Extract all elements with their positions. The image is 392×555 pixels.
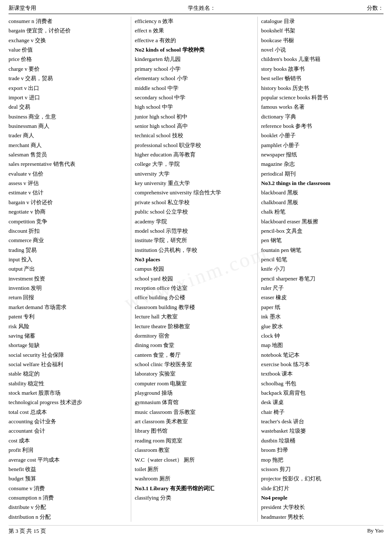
list-item: institution 公共机构，学校 xyxy=(135,246,254,255)
list-item: primary school 小学 xyxy=(135,64,254,74)
list-item: accountant 会计 xyxy=(9,426,127,436)
list-item: computer room 电脑室 xyxy=(135,379,254,388)
list-item: technical school 技校 xyxy=(135,131,254,140)
list-item: college 大学，学院 xyxy=(135,159,254,169)
list-item: backpack 双肩背包 xyxy=(261,388,380,398)
list-item: cost 成本 xyxy=(9,436,127,445)
list-item: classroom 教室 xyxy=(135,445,254,455)
list-item: chair 椅子 xyxy=(261,408,380,417)
list-item: assess v 评估 xyxy=(9,179,127,188)
column-3: catalogue 目录bookshelf 书架bookcase 书橱novel… xyxy=(258,17,383,522)
list-item: business 商业，生意 xyxy=(9,112,127,121)
list-item: key university 重点大学 xyxy=(135,179,254,188)
list-item: president 大学校长 xyxy=(261,503,380,512)
list-item: clock 钟 xyxy=(261,331,380,341)
list-item: merchant 商人 xyxy=(9,141,127,150)
list-item: technological progress 技术进步 xyxy=(9,398,127,407)
header-school-label: 新课堂专用 xyxy=(9,4,36,12)
list-item: discount 折扣 xyxy=(9,226,127,236)
list-item: desk 课桌 xyxy=(261,398,380,407)
list-item: pen 钢笔 xyxy=(261,236,380,245)
list-item: pamphlet 小册子 xyxy=(261,141,380,150)
list-item: blackboard 黑板 xyxy=(261,188,380,197)
list-item: bookshelf 书架 xyxy=(261,26,380,35)
list-item: salesman 售货员 xyxy=(9,150,127,159)
list-item: school yard 校园 xyxy=(135,274,254,283)
list-item: fountain pen 钢笔 xyxy=(261,246,380,255)
list-item: bargain 便宜货，讨价还价 xyxy=(9,26,127,35)
list-item: senior high school 高中 xyxy=(135,121,254,131)
list-item: social security 社会保障 xyxy=(9,350,127,360)
list-item: institute 学院，研究所 xyxy=(135,236,254,245)
list-item: sales representative 销售代表 xyxy=(9,159,127,169)
list-item: invention 发明 xyxy=(9,283,127,293)
list-item: secondary school 中学 xyxy=(135,93,254,102)
list-item: No3 places xyxy=(135,255,254,264)
list-item: pencil-box 文具盒 xyxy=(261,226,380,236)
list-item: glue 胶水 xyxy=(261,322,380,331)
list-item: office building 办公楼 xyxy=(135,293,254,302)
list-item: consumption n 消费 xyxy=(9,493,127,503)
list-item: social welfare 社会福利 xyxy=(9,360,127,369)
list-item: No3.1 Library 有关图书馆的词汇 xyxy=(135,484,254,493)
list-item: stock market 股票市场 xyxy=(9,388,127,398)
list-item: competition 竞争 xyxy=(9,217,127,226)
header-score-label: 分数： xyxy=(367,4,383,12)
list-item: commerce 商业 xyxy=(9,236,127,245)
list-item: value 价值 xyxy=(9,45,127,55)
list-item: popular science books 科普书 xyxy=(261,93,380,102)
list-item: campus 校园 xyxy=(135,264,254,274)
list-item: negotiate v 协商 xyxy=(9,207,127,217)
list-item: magazine 杂志 xyxy=(261,159,380,169)
author: By Yao xyxy=(367,527,383,535)
list-item: teacher's desk 讲台 xyxy=(261,417,380,426)
list-item: library 图书馆 xyxy=(135,426,254,436)
list-item: budget 预算 xyxy=(9,474,127,483)
list-item: stable 稳定的 xyxy=(9,369,127,379)
header-student-label: 学生姓名： xyxy=(188,4,216,12)
list-item: ink 墨水 xyxy=(261,312,380,321)
list-item: classifying 分类 xyxy=(135,493,254,503)
list-item: knife 小刀 xyxy=(261,264,380,274)
list-item: gymnasium 体育馆 xyxy=(135,398,254,407)
list-item: dictionary 字典 xyxy=(261,112,380,121)
list-item: notebook 笔记本 xyxy=(261,350,380,360)
list-item: estimate v 估计 xyxy=(9,188,127,197)
list-item: No4 people xyxy=(261,493,380,503)
list-item: evaluate v 估价 xyxy=(9,169,127,179)
list-item: benefit 收益 xyxy=(9,465,127,474)
page-info: 第 3 页 共 15 页 xyxy=(9,527,46,535)
list-item: W.C（water closet） 厕所 xyxy=(135,455,254,465)
list-item: effect n 效果 xyxy=(135,26,254,35)
list-item: chalkboard 黑板 xyxy=(261,198,380,207)
list-item: wastebasket 垃圾篓 xyxy=(261,426,380,436)
list-item: No3.2 things in the classroom xyxy=(261,179,380,188)
list-item: broom 扫帚 xyxy=(261,445,380,455)
list-item: trader 商人 xyxy=(9,131,127,140)
list-item: elementary school 小学 xyxy=(135,74,254,83)
list-item: No2 kinds of school 学校种类 xyxy=(135,45,254,55)
list-item: exercise book 练习本 xyxy=(261,360,380,369)
list-item: lecture theatre 阶梯教室 xyxy=(135,322,254,331)
list-item: trading 贸易 xyxy=(9,246,127,255)
list-item: shortage 短缺 xyxy=(9,341,127,350)
list-item: high school 中学 xyxy=(135,102,254,112)
list-item: ruler 尺子 xyxy=(261,283,380,293)
list-item: efficiency n 效率 xyxy=(135,17,254,26)
list-item: paper 纸 xyxy=(261,303,380,312)
list-item: middle school 中学 xyxy=(135,84,254,93)
list-item: slide 幻灯片 xyxy=(261,484,380,493)
list-item: market demand 市场需求 xyxy=(9,303,127,312)
list-item: price 价格 xyxy=(9,55,127,64)
list-item: comprehensive university 综合性大学 xyxy=(135,188,254,197)
list-item: deal 交易 xyxy=(9,102,127,112)
list-item: mop 拖把 xyxy=(261,455,380,465)
list-item: university 大学 xyxy=(135,169,254,179)
list-item: playground 操场 xyxy=(135,388,254,398)
list-item: academy 学院 xyxy=(135,217,254,226)
list-item: canteen 食堂，餐厅 xyxy=(135,350,254,360)
list-item: output 产出 xyxy=(9,264,127,274)
list-item: booklet 小册子 xyxy=(261,131,380,140)
column-2: efficiency n 效率effect n 效果effective a 有效… xyxy=(131,17,257,522)
list-item: distribute v 分配 xyxy=(9,503,127,512)
